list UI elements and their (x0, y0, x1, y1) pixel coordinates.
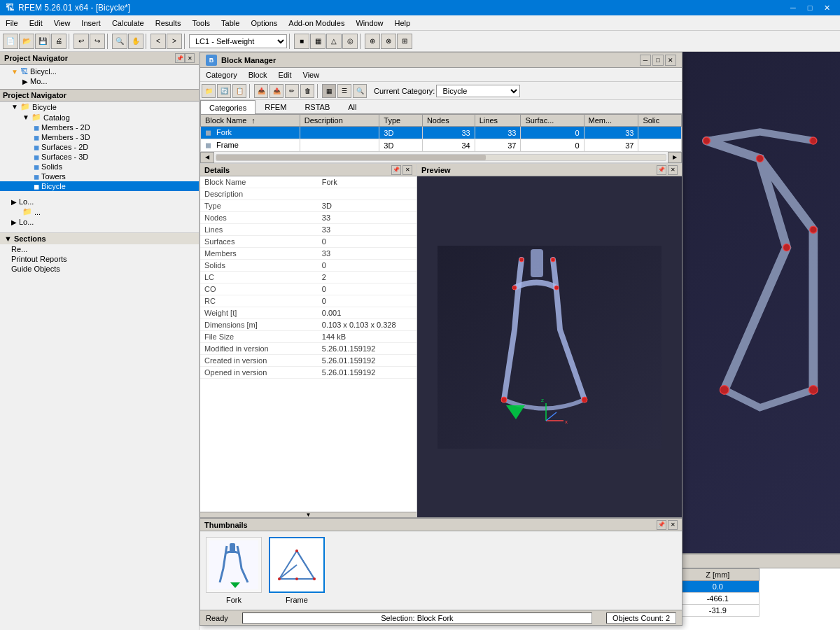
toolbar-btn-3[interactable]: △ (326, 34, 342, 49)
save-button[interactable]: 💾 (35, 34, 50, 49)
menu-view[interactable]: View (48, 15, 76, 30)
v-scroll-down[interactable]: ▼ (200, 512, 416, 517)
dlg-btn-2[interactable]: 🔄 (217, 84, 231, 98)
nav-pin-btn[interactable]: 📌 (175, 53, 185, 63)
menu-window[interactable]: Window (350, 15, 388, 30)
menu-tools[interactable]: Tools (186, 15, 216, 30)
details-close-btn[interactable]: ✕ (402, 165, 412, 175)
nav-header: Project Navigator 📌 ✕ (0, 52, 199, 65)
menu-help[interactable]: Help (389, 15, 416, 30)
toolbar-btn-6[interactable]: ⊗ (381, 34, 396, 49)
table-row[interactable]: ◼ Fork 3D 33 33 0 33 (201, 127, 682, 139)
dlg-sep1 (249, 84, 251, 98)
table-row[interactable]: ◼ Frame 3D 34 37 0 37 (201, 139, 682, 152)
scroll-right[interactable]: ▶ (668, 152, 682, 163)
frame-thumbnail-img (269, 537, 325, 593)
tab-all[interactable]: All (339, 100, 365, 113)
tab-rstab[interactable]: RSTAB (295, 100, 339, 113)
detail-row: Modified in version 5.26.01.159192 (200, 343, 416, 355)
category-dropdown[interactable]: Bicycle (436, 85, 520, 97)
zoom-button[interactable]: 🔍 (112, 34, 127, 49)
nav-item-surfaces-3d[interactable]: ◼ Surfaces - 3D (0, 152, 199, 162)
preview-close-btn[interactable]: ✕ (668, 165, 678, 175)
dlg-btn-7[interactable]: 🗑 (300, 84, 314, 98)
dialog-menu-category[interactable]: Category (200, 69, 243, 80)
dialog-menu-view[interactable]: View (298, 69, 326, 80)
nav-item-bicycle-leaf[interactable]: ◼ Bicycle (0, 181, 199, 191)
nav-item-solids[interactable]: ◼ Solids (0, 162, 199, 172)
menu-edit[interactable]: Edit (24, 15, 48, 30)
open-button[interactable]: 📂 (19, 34, 34, 49)
scroll-left[interactable]: ◀ (200, 152, 214, 163)
menu-file[interactable]: File (0, 15, 24, 30)
dlg-btn-1[interactable]: 📁 (202, 84, 216, 98)
toolbar-btn-4[interactable]: ◎ (342, 34, 358, 49)
tab-categories[interactable]: Categories (200, 100, 255, 114)
nav-guide[interactable]: Guide Objects (0, 264, 199, 274)
maximize-button[interactable]: □ (802, 0, 818, 15)
nav-back-button[interactable]: < (150, 34, 166, 49)
thumbnail-fork[interactable]: Fork (206, 537, 262, 604)
dialog-restore-btn[interactable]: □ (652, 55, 664, 66)
detail-row: LC 2 (200, 272, 416, 284)
toolbar-btn-2[interactable]: ▦ (310, 34, 326, 49)
nav-item-model[interactable]: ▶ Mo... (0, 76, 199, 86)
nav-close-btn[interactable]: ✕ (185, 53, 195, 63)
h-scrollbar[interactable]: ◀ ▶ (200, 152, 682, 163)
dialog-minimize-btn[interactable]: ─ (640, 55, 651, 66)
dlg-btn-3[interactable]: 📋 (232, 84, 246, 98)
nav-item-members-3d[interactable]: ◼ Members - 3D (0, 132, 199, 142)
menu-insert[interactable]: Insert (76, 15, 106, 30)
toolbar-btn-7[interactable]: ⊞ (397, 34, 412, 49)
dlg-btn-5[interactable]: 📤 (270, 84, 284, 98)
nav-avg-regions[interactable]: Re... (0, 244, 199, 254)
main-toolbar: 📄 📂 💾 🖨 ↩ ↪ 🔍 ✋ < > LC1 - Self-weight ■ … (0, 31, 840, 52)
dialog-close-btn[interactable]: ✕ (665, 55, 676, 66)
redo-button[interactable]: ↪ (90, 34, 105, 49)
menu-addons[interactable]: Add-on Modules (283, 15, 350, 30)
nav-item-bicycle[interactable]: ▼ 📁 Bicycle (0, 102, 199, 112)
nav-item-surfaces-2d[interactable]: ◼ Surfaces - 2D (0, 142, 199, 152)
minimize-button[interactable]: ─ (785, 0, 801, 15)
undo-button[interactable]: ↩ (74, 34, 89, 49)
dlg-btn-4[interactable]: 📥 (254, 84, 268, 98)
pan-button[interactable]: ✋ (128, 34, 144, 49)
nav-item-catalog[interactable]: ▼ 📁 Catalog (0, 112, 199, 122)
details-pin-btn[interactable]: 📌 (391, 165, 401, 175)
new-button[interactable]: 📄 (3, 34, 18, 49)
thumbnail-frame[interactable]: Frame (269, 537, 325, 604)
dlg-btn-grid[interactable]: ▦ (322, 84, 336, 98)
dlg-btn-list[interactable]: ☰ (337, 84, 351, 98)
nav-item-lo2[interactable]: ▶ Lo... (0, 217, 199, 227)
tab-rfem[interactable]: RFEM (255, 100, 295, 113)
detail-label: RC (200, 295, 318, 307)
dialog-menu-block[interactable]: Block (243, 69, 273, 80)
nav-item-towers[interactable]: ◼ Towers (0, 172, 199, 181)
lo1-expand: ▶ (11, 198, 17, 206)
col-type: Type (379, 115, 423, 127)
menu-options[interactable]: Options (245, 15, 283, 30)
load-case-dropdown[interactable]: LC1 - Self-weight (189, 34, 287, 48)
dialog-menu-edit[interactable]: Edit (273, 69, 298, 80)
close-button[interactable]: ✕ (819, 0, 834, 15)
nav-item-lo1[interactable]: ▶ Lo... (0, 197, 199, 206)
nav-item-members-2d[interactable]: ◼ Members - 2D (0, 122, 199, 132)
dlg-btn-search[interactable]: 🔍 (353, 84, 367, 98)
menu-table[interactable]: Table (216, 15, 245, 30)
toolbar-btn-1[interactable]: ■ (294, 34, 309, 49)
preview-pin-btn[interactable]: 📌 (657, 165, 666, 175)
toolbar-btn-5[interactable]: ⊕ (365, 34, 380, 49)
print-button[interactable]: 🖨 (51, 34, 66, 49)
detail-value: 2 (318, 272, 416, 284)
nav-sections[interactable]: ▼ Sections (0, 233, 199, 244)
menu-results[interactable]: Results (150, 15, 187, 30)
nav-item-bicycle-root[interactable]: ▼ 🏗 Bicycl... (0, 66, 199, 76)
thumb-close-btn[interactable]: ✕ (668, 520, 678, 530)
nav-printout[interactable]: Printout Reports (0, 254, 199, 264)
nav-item-lo1-sub[interactable]: 📁 ... (0, 206, 199, 217)
menu-calculate[interactable]: Calculate (106, 15, 150, 30)
nav-fwd-button[interactable]: > (167, 34, 182, 49)
thumb-pin-btn[interactable]: 📌 (657, 520, 666, 530)
dlg-btn-6[interactable]: ✏ (285, 84, 299, 98)
h-scrollbar-track[interactable] (216, 154, 666, 161)
